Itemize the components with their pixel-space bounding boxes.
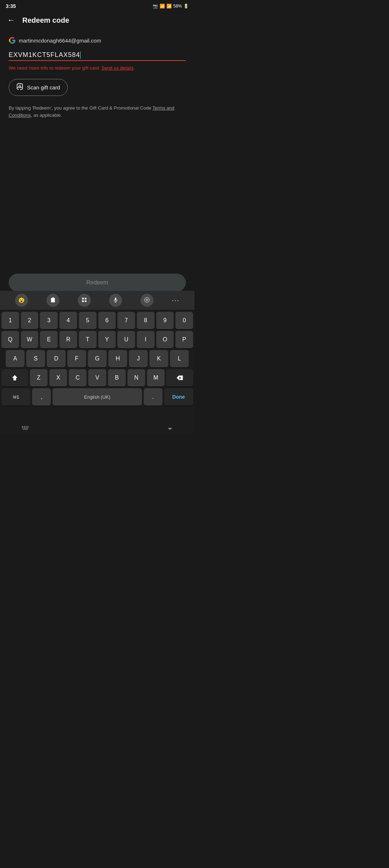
svg-rect-13 [22,428,23,428]
shift-button[interactable] [1,369,28,386]
terms-text: By tapping 'Redeem', you agree to the Gi… [9,105,186,120]
key-f[interactable]: F [67,350,86,367]
code-input-group: EXVM1KCT5FLAX584 [9,51,186,61]
battery-icon: 🔋 [183,4,189,9]
keyboard-toolbar: 😮 ··· [0,291,194,310]
key-n[interactable]: N [128,369,145,386]
key-5[interactable]: 5 [79,312,97,329]
clipboard-icon [50,297,56,304]
account-email: martinmcdonagh6644@gmail.com [19,37,101,44]
svg-rect-15 [26,428,27,428]
redeem-button-container: Redeem [9,274,186,292]
svg-rect-2 [82,298,84,300]
key-q[interactable]: Q [1,331,19,348]
content-area: martinmcdonagh6644@gmail.com EXVM1KCT5FL… [0,30,194,127]
key-3[interactable]: 3 [40,312,58,329]
svg-rect-11 [26,426,27,427]
svg-rect-10 [24,426,25,427]
key-d[interactable]: D [47,350,66,367]
toolbar: ← Redeem code [0,11,194,30]
input-cursor [80,52,81,59]
key-e[interactable]: E [40,331,58,348]
settings-icon [144,297,150,304]
error-suffix: . [134,65,135,71]
symbols-label: !#1 [13,394,19,400]
emoji-button[interactable]: 😮 [15,294,28,307]
svg-rect-16 [27,428,29,428]
chevron-down-icon [167,426,173,432]
bottom-navigation [0,424,194,434]
key-2[interactable]: 2 [21,312,39,329]
screenshot-icon: 📷 [153,4,158,9]
keyboard: 1 2 3 4 5 6 7 8 9 0 Q W E R T Y U I O P … [0,310,194,434]
svg-rect-17 [23,429,28,429]
key-z[interactable]: Z [30,369,48,386]
key-l[interactable]: L [170,350,189,367]
key-t[interactable]: T [79,331,97,348]
scan-gift-card-button[interactable]: Scan gift card [9,79,68,96]
done-label: Done [172,394,185,400]
key-8[interactable]: 8 [137,312,155,329]
key-6[interactable]: 6 [98,312,116,329]
battery-percent: 58% [173,4,182,9]
key-g[interactable]: G [88,350,107,367]
symbols-button[interactable]: !#1 [1,388,30,406]
redeem-button[interactable]: Redeem [9,274,186,292]
camera-icon [16,83,23,92]
terms-suffix: , as applicable. [31,112,62,118]
key-v[interactable]: V [88,369,106,386]
grid-button[interactable] [78,294,91,307]
key-h[interactable]: H [108,350,127,367]
period-label: . [152,394,153,400]
key-4[interactable]: 4 [59,312,77,329]
svg-rect-14 [24,428,25,428]
key-s[interactable]: S [26,350,45,367]
keyboard-row-asdf: A S D F G H J K L [1,350,193,367]
svg-rect-3 [85,298,86,300]
key-p[interactable]: P [175,331,193,348]
error-text: We need more info to redeem your gift ca… [9,65,102,71]
page-title: Redeem code [22,16,69,25]
key-x[interactable]: X [49,369,67,386]
key-a[interactable]: A [6,350,24,367]
comma-button[interactable]: , [32,388,51,406]
key-m[interactable]: M [147,369,165,386]
grid-icon [81,297,87,304]
settings-button[interactable] [140,294,153,307]
svg-rect-5 [85,300,86,302]
key-k[interactable]: K [149,350,168,367]
backspace-button[interactable] [166,369,193,386]
key-j[interactable]: J [129,350,148,367]
key-y[interactable]: Y [98,331,116,348]
send-details-link[interactable]: Send us details [102,65,134,71]
space-button[interactable]: English (UK) [53,388,142,406]
key-w[interactable]: W [21,331,39,348]
key-o[interactable]: O [156,331,174,348]
keyboard-toggle-icon [22,426,29,432]
error-message: We need more info to redeem your gift ca… [9,65,186,72]
comma-label: , [41,394,42,400]
scan-button-label: Scan gift card [27,84,60,90]
key-c[interactable]: C [69,369,86,386]
mic-button[interactable] [109,294,122,307]
key-i[interactable]: I [137,331,155,348]
done-button[interactable]: Done [164,388,193,406]
keyboard-row-zxcv: Z X C V B N M [1,369,193,386]
mic-icon [113,297,118,304]
status-bar: 3:35 📷 📶 📶 58% 🔋 [0,0,194,11]
key-u[interactable]: U [117,331,135,348]
back-button[interactable]: ← [6,14,17,26]
signal-icon: 📶 [166,4,172,9]
key-9[interactable]: 9 [156,312,174,329]
period-button[interactable]: . [144,388,162,406]
key-b[interactable]: B [108,369,126,386]
key-0[interactable]: 0 [175,312,193,329]
more-button[interactable]: ··· [172,297,179,304]
svg-rect-1 [52,297,54,298]
key-1[interactable]: 1 [1,312,19,329]
code-input-value[interactable]: EXVM1KCT5FLAX584 [9,51,80,59]
key-r[interactable]: R [59,331,77,348]
status-time: 3:35 [6,3,16,9]
key-7[interactable]: 7 [117,312,135,329]
clipboard-button[interactable] [46,294,59,307]
